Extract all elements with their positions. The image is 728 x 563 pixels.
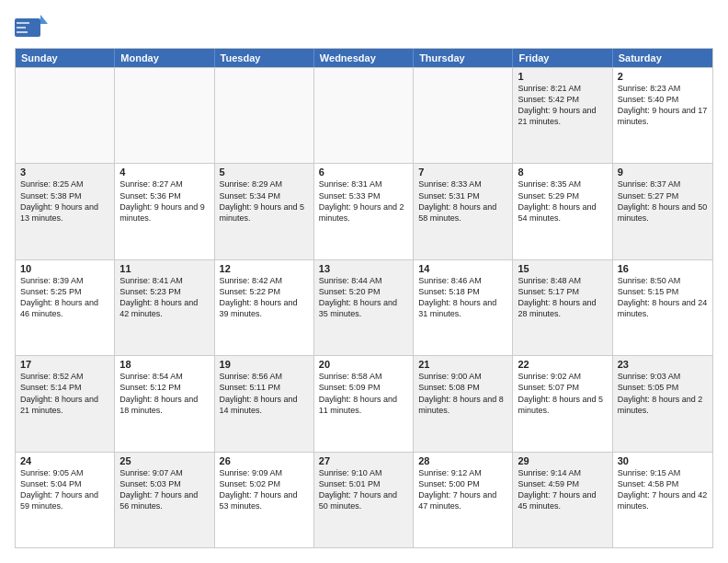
header-day-saturday: Saturday	[613, 49, 712, 67]
day-details: Sunrise: 8:29 AM Sunset: 5:34 PM Dayligh…	[220, 178, 309, 224]
page: SundayMondayTuesdayWednesdayThursdayFrid…	[0, 0, 728, 563]
calendar: SundayMondayTuesdayWednesdayThursdayFrid…	[15, 48, 713, 548]
table-row: 16Sunrise: 8:50 AM Sunset: 5:15 PM Dayli…	[613, 260, 712, 355]
day-number: 19	[220, 359, 309, 370]
day-number: 30	[618, 455, 708, 466]
calendar-header: SundayMondayTuesdayWednesdayThursdayFrid…	[16, 49, 712, 67]
day-number: 28	[418, 455, 507, 466]
svg-rect-4	[17, 31, 28, 33]
table-row: 15Sunrise: 8:48 AM Sunset: 5:17 PM Dayli…	[513, 260, 612, 355]
day-details: Sunrise: 8:23 AM Sunset: 5:40 PM Dayligh…	[618, 83, 708, 128]
day-number: 24	[20, 455, 109, 466]
day-number: 21	[418, 359, 507, 370]
table-row: 18Sunrise: 8:54 AM Sunset: 5:12 PM Dayli…	[115, 356, 214, 451]
day-details: Sunrise: 8:31 AM Sunset: 5:33 PM Dayligh…	[319, 178, 408, 224]
table-row: 4Sunrise: 8:27 AM Sunset: 5:36 PM Daylig…	[115, 164, 214, 259]
table-row: 7Sunrise: 8:33 AM Sunset: 5:31 PM Daylig…	[414, 164, 513, 259]
table-row: 24Sunrise: 9:05 AM Sunset: 5:04 PM Dayli…	[16, 453, 115, 547]
day-details: Sunrise: 8:35 AM Sunset: 5:29 PM Dayligh…	[518, 178, 607, 224]
table-row	[414, 68, 513, 163]
day-details: Sunrise: 8:27 AM Sunset: 5:36 PM Dayligh…	[119, 178, 209, 224]
day-details: Sunrise: 9:00 AM Sunset: 5:08 PM Dayligh…	[418, 371, 507, 416]
day-details: Sunrise: 8:37 AM Sunset: 5:27 PM Dayligh…	[618, 178, 708, 224]
day-details: Sunrise: 8:50 AM Sunset: 5:15 PM Dayligh…	[618, 275, 708, 320]
day-number: 6	[319, 167, 408, 178]
day-details: Sunrise: 9:10 AM Sunset: 5:01 PM Dayligh…	[319, 467, 408, 512]
day-details: Sunrise: 8:42 AM Sunset: 5:22 PM Dayligh…	[220, 275, 309, 320]
table-row: 21Sunrise: 9:00 AM Sunset: 5:08 PM Dayli…	[414, 356, 513, 451]
day-number: 1	[518, 71, 607, 82]
table-row	[115, 68, 214, 163]
header-day-sunday: Sunday	[16, 49, 115, 67]
day-number: 8	[518, 167, 607, 178]
day-number: 25	[119, 455, 209, 466]
day-details: Sunrise: 9:02 AM Sunset: 5:07 PM Dayligh…	[518, 371, 607, 416]
day-details: Sunrise: 9:05 AM Sunset: 5:04 PM Dayligh…	[20, 467, 109, 512]
week-row-5: 24Sunrise: 9:05 AM Sunset: 5:04 PM Dayli…	[16, 452, 712, 547]
day-details: Sunrise: 9:12 AM Sunset: 5:00 PM Dayligh…	[418, 467, 507, 512]
table-row: 30Sunrise: 9:15 AM Sunset: 4:58 PM Dayli…	[613, 453, 712, 547]
day-details: Sunrise: 8:21 AM Sunset: 5:42 PM Dayligh…	[518, 83, 607, 128]
day-number: 14	[418, 263, 507, 274]
svg-marker-1	[40, 15, 48, 24]
day-number: 26	[220, 455, 309, 466]
day-number: 12	[220, 263, 309, 274]
day-details: Sunrise: 9:07 AM Sunset: 5:03 PM Dayligh…	[119, 467, 209, 512]
table-row: 29Sunrise: 9:14 AM Sunset: 4:59 PM Dayli…	[513, 453, 612, 547]
table-row: 6Sunrise: 8:31 AM Sunset: 5:33 PM Daylig…	[314, 164, 414, 259]
logo-icon	[15, 15, 44, 40]
svg-rect-3	[17, 27, 26, 29]
day-details: Sunrise: 8:56 AM Sunset: 5:11 PM Dayligh…	[220, 371, 309, 416]
table-row: 11Sunrise: 8:41 AM Sunset: 5:23 PM Dayli…	[115, 260, 214, 355]
day-details: Sunrise: 8:33 AM Sunset: 5:31 PM Dayligh…	[418, 178, 507, 224]
header-day-friday: Friday	[513, 49, 612, 67]
day-number: 23	[618, 359, 708, 370]
header-day-tuesday: Tuesday	[215, 49, 314, 67]
table-row	[215, 68, 314, 163]
table-row: 1Sunrise: 8:21 AM Sunset: 5:42 PM Daylig…	[513, 68, 612, 163]
day-details: Sunrise: 8:48 AM Sunset: 5:17 PM Dayligh…	[518, 275, 607, 320]
day-number: 2	[618, 71, 708, 82]
day-details: Sunrise: 8:25 AM Sunset: 5:38 PM Dayligh…	[20, 178, 109, 224]
week-row-2: 3Sunrise: 8:25 AM Sunset: 5:38 PM Daylig…	[16, 163, 712, 259]
table-row	[16, 68, 115, 163]
week-row-3: 10Sunrise: 8:39 AM Sunset: 5:25 PM Dayli…	[16, 259, 712, 355]
day-number: 18	[119, 359, 209, 370]
day-details: Sunrise: 8:54 AM Sunset: 5:12 PM Dayligh…	[119, 371, 209, 416]
day-number: 27	[319, 455, 408, 466]
table-row: 3Sunrise: 8:25 AM Sunset: 5:38 PM Daylig…	[16, 164, 115, 259]
table-row: 23Sunrise: 9:03 AM Sunset: 5:05 PM Dayli…	[613, 356, 712, 451]
day-details: Sunrise: 8:44 AM Sunset: 5:20 PM Dayligh…	[319, 275, 408, 320]
day-details: Sunrise: 9:09 AM Sunset: 5:02 PM Dayligh…	[220, 467, 309, 512]
day-number: 7	[418, 167, 507, 178]
svg-rect-2	[17, 22, 29, 24]
table-row: 17Sunrise: 8:52 AM Sunset: 5:14 PM Dayli…	[16, 356, 115, 451]
day-number: 16	[618, 263, 708, 274]
table-row: 25Sunrise: 9:07 AM Sunset: 5:03 PM Dayli…	[115, 453, 214, 547]
table-row: 19Sunrise: 8:56 AM Sunset: 5:11 PM Dayli…	[215, 356, 314, 451]
day-number: 13	[319, 263, 408, 274]
day-details: Sunrise: 8:41 AM Sunset: 5:23 PM Dayligh…	[119, 275, 209, 320]
day-number: 17	[20, 359, 109, 370]
header	[15, 15, 713, 40]
day-details: Sunrise: 8:52 AM Sunset: 5:14 PM Dayligh…	[20, 371, 109, 416]
table-row: 28Sunrise: 9:12 AM Sunset: 5:00 PM Dayli…	[414, 453, 513, 547]
day-details: Sunrise: 9:03 AM Sunset: 5:05 PM Dayligh…	[618, 371, 708, 416]
day-number: 29	[518, 455, 607, 466]
table-row: 12Sunrise: 8:42 AM Sunset: 5:22 PM Dayli…	[215, 260, 314, 355]
day-number: 9	[618, 167, 708, 178]
table-row: 22Sunrise: 9:02 AM Sunset: 5:07 PM Dayli…	[513, 356, 612, 451]
week-row-1: 1Sunrise: 8:21 AM Sunset: 5:42 PM Daylig…	[16, 67, 712, 163]
day-number: 15	[518, 263, 607, 274]
day-number: 10	[20, 263, 109, 274]
table-row: 9Sunrise: 8:37 AM Sunset: 5:27 PM Daylig…	[613, 164, 712, 259]
header-day-monday: Monday	[115, 49, 214, 67]
header-day-wednesday: Wednesday	[314, 49, 414, 67]
table-row: 2Sunrise: 8:23 AM Sunset: 5:40 PM Daylig…	[613, 68, 712, 163]
day-details: Sunrise: 8:39 AM Sunset: 5:25 PM Dayligh…	[20, 275, 109, 320]
day-details: Sunrise: 8:46 AM Sunset: 5:18 PM Dayligh…	[418, 275, 507, 320]
day-number: 20	[319, 359, 408, 370]
day-number: 11	[119, 263, 209, 274]
table-row	[314, 68, 414, 163]
day-details: Sunrise: 9:14 AM Sunset: 4:59 PM Dayligh…	[518, 467, 607, 512]
